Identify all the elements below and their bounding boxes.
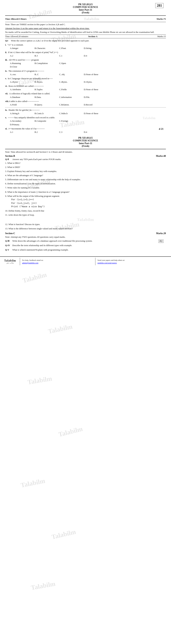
total-marks: Marks:75: [157, 18, 166, 20]
q4-text: Describe the term relationship and its d…: [12, 244, 166, 247]
paper-fresh: (Fresh): [5, 11, 166, 14]
sb-q9-code: For (i=1;i<3;i++) For (i=1;j<=I; j++) Pr…: [11, 198, 166, 208]
q-i-opt-d: D.String: [84, 46, 104, 50]
watermark-10: Talabilm: [58, 425, 83, 438]
section-c-label: Section-C: [5, 232, 15, 235]
sb-q7: 7. Write rules for naming of a variable.: [5, 186, 166, 190]
paper-code: PR XII (01)15: [5, 3, 166, 6]
q5-block: Q-V What is whitch statement?Explain wit…: [5, 248, 166, 251]
q-i: i. "11" is a constant. A.Integer B.Chara…: [5, 43, 166, 50]
sb-q13: 13. What is the difference between singl…: [5, 227, 166, 230]
xi-badge: d 21: [159, 127, 164, 131]
q-ii: ii. If int i-2 then what will be the out…: [5, 51, 166, 58]
code-line-1: For (i=1;i<3;i++): [11, 198, 166, 202]
footer-logo-sub: طالب علم: [6, 262, 14, 264]
q3-text: Write down the advantages of a database …: [12, 240, 166, 242]
footer-send-label: Send your papers and help others at:: [97, 259, 169, 262]
note-1: Note: There are THREE section in this pa…: [5, 23, 166, 26]
q-ii-opt-b: B.3: [34, 54, 55, 58]
footer: Talabilm طالب علم For help, feedback ema…: [0, 256, 171, 266]
footer-send-url[interactable]: talabilm.com/send-papers: [97, 262, 169, 264]
q-vii-opt-a: A.Database: [10, 96, 30, 99]
footer-divider: [20, 258, 20, 265]
q2-label: Q-ll: [5, 158, 12, 161]
q-v-opt-a: A.2bytes: [10, 80, 30, 84]
q-viii-options: A.Field B.Query. C.Relation. D.Record: [10, 103, 166, 106]
q-x-option-d: D.Primary.: [10, 123, 166, 126]
paper-part-2: Inter Part-11: [5, 142, 166, 145]
watermark-8: Talabilm: [47, 322, 73, 335]
paper-code-2: PR XII (01)15: [5, 136, 166, 139]
footer-logo: Talabilm طالب علم: [2, 259, 18, 264]
q-v-opt-b: B.3bytes.: [34, 80, 55, 84]
q-v-options: A.2bytes B.3bytes. C.4bytes. D.1bytes.: [10, 80, 166, 84]
q-vi-options: A.Attributes B.Tuples C.Fields D.None of…: [10, 88, 166, 91]
q-vii-opt-d: D.File.: [84, 96, 104, 99]
q-ii-opt-a: A.2: [10, 54, 30, 58]
q-xi-opt-d: D.4: [84, 130, 104, 134]
q-vi-opt-a: A.Attributes: [10, 88, 30, 91]
q-ix-opt-c: C.Stdio.h: [59, 112, 80, 115]
footer-help: For help, feedback email us: admin@talab…: [22, 259, 93, 264]
q-vii-opt-c: C.information: [59, 96, 80, 99]
q-x-opt-b: B.Composite: [34, 119, 55, 123]
sb-q6: 6. Define normalization? List the types …: [5, 182, 166, 185]
q-xi-opt-c: C.3: [59, 130, 80, 134]
q-iii-option-d: D.Close: [10, 65, 166, 68]
q-vi-opt-d: D.None of these: [84, 88, 104, 91]
q5-label: Q-V: [5, 248, 12, 251]
q-ii-opt-d: D.4: [84, 54, 104, 58]
sb-q8: 8. What is the importance of main ( ) fu…: [5, 190, 166, 194]
q4-block: Q-IV Describe the term relationship and …: [5, 244, 166, 247]
sb-q10: 10. Define Entity, Entity class, record …: [5, 209, 166, 212]
footer-email[interactable]: admin@talabilm.com: [22, 262, 93, 264]
q-i-opt-a: A.Integer: [10, 46, 30, 50]
mcq-list: i. "11" is a constant. A.Integer B.Chara…: [5, 43, 166, 134]
section-b-questions: 1. What is DBA? 2. What is ERD? 3. Expla…: [5, 162, 166, 230]
code-line-3: Print ("Have a nice Day"): [11, 205, 166, 208]
q-iv-opt-a: A..exe.: [10, 73, 30, 76]
q-v-opt-d: D.1bytes.: [84, 80, 104, 84]
time-allowed: Time Allowed:3 Hours: [5, 18, 26, 20]
watermark-12: Talabilm: [51, 528, 77, 541]
q-ix-opt-d: D.None of these: [84, 112, 104, 115]
q-viii: viii.A table is also called-------------…: [5, 100, 166, 106]
watermark-11: Talabilm: [20, 477, 46, 489]
q-iv-opt-c: C..obj: [59, 73, 80, 76]
watermark-7: Talabilm: [22, 271, 47, 284]
q-viii-opt-c: C.Relation.: [59, 103, 80, 106]
q3-block: Q-lll Write down the advantages of a dat…: [5, 240, 166, 242]
q-i-opt-b: B.Character.: [34, 46, 55, 50]
q2-text: Answer any TEN parts.Each part carries F…: [12, 158, 166, 161]
watermark-9: Talabilm: [27, 375, 52, 386]
note-section-b-time: Note: Time allowed for section-B and Sec…: [5, 150, 166, 154]
q-vi-opt-c: C.Fields: [59, 88, 80, 91]
section-a-marks: Marks:15: [157, 35, 166, 38]
q-vi: vi. Rows in RDBMS are called------------…: [5, 84, 166, 91]
q-v-opt-c: C.4bytes.: [59, 80, 80, 84]
section-c-note: Note: Attempt any TWO questions.All ques…: [5, 235, 166, 239]
q3-label: Q-lll: [5, 240, 12, 242]
sb-q5: 5. Differentiate one to one and many to …: [5, 178, 166, 181]
q-vii: vii. A collection of logically related d…: [5, 92, 166, 99]
q-i-opt-c: C.Float.: [59, 46, 80, 50]
q-xi-opt-b: B.2: [34, 130, 55, 134]
q-x: x. ---------key uniquely identifies each…: [5, 116, 166, 126]
paper-subject: COMPUTER SCIENCE: [5, 6, 166, 8]
q-viii-opt-d: D.Record: [84, 103, 104, 106]
q-viii-opt-a: A.Field: [10, 103, 30, 106]
q5-text: What is whitch statement?Explain with pr…: [12, 248, 166, 251]
q-vi-opt-b: B.Tuples: [34, 88, 55, 91]
paper-subject-2: COMPUTER SCEINCE: [5, 139, 166, 142]
q-iii-opt-b: B.Compilation: [34, 62, 55, 65]
sb-q11: 11. write down the types of loop.: [5, 213, 166, 217]
second-header: PR XII (01)15 COMPUTER SCEINCE Inter Par…: [5, 136, 166, 148]
q2-instruction: Q-ll Answer any TEN parts.Each part carr…: [5, 158, 166, 161]
q1-block: Q1- Write the correct option i.e.A,B,C o…: [5, 39, 166, 42]
paper-header: PR XII (01)15 COMPUTER SCIENCE Inter Par…: [5, 3, 166, 14]
q-ix-opt-b: B.Conic.h: [34, 112, 55, 115]
q-xi-options: A.1 B.2 C.3 D.4: [10, 130, 166, 134]
q4-label: Q-IV: [5, 244, 12, 247]
watermark-13: Talabilm: [30, 580, 56, 592]
q-iii-opt-a: A.Runnning: [10, 62, 30, 65]
